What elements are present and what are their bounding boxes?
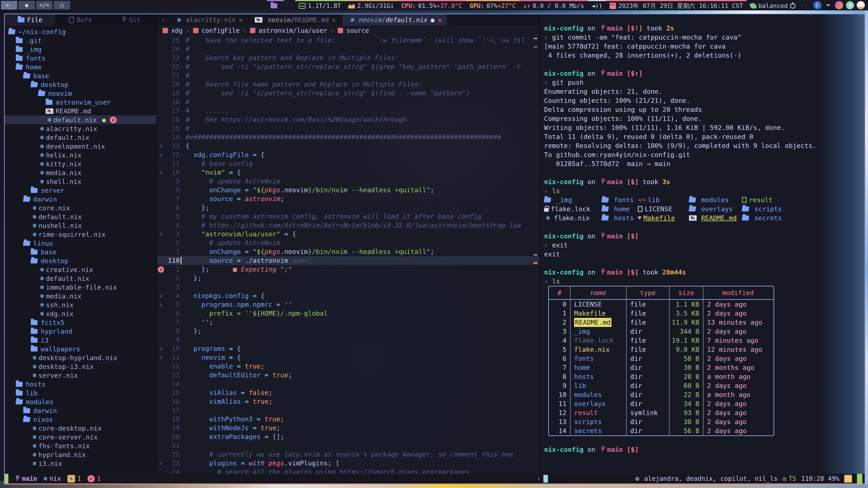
tree-item-shell.nix[interactable]: ❄shell.nix [5, 177, 156, 186]
ls-entry[interactable]: modules [689, 195, 742, 204]
tree-item-.git[interactable]: .git [5, 36, 156, 45]
breadcrumb-item[interactable]: astronvim/lua/user [258, 27, 327, 34]
tree-item-astronvim_user[interactable]: astronvim_user [5, 98, 156, 107]
tray-clipboard-icon[interactable] [857, 1, 865, 9]
tree-item-ssh.nix[interactable]: ❄ssh.nix [5, 300, 156, 309]
fold-icon[interactable]: ∨ [157, 300, 165, 309]
terminal-prompt-line[interactable]: › [537, 475, 548, 483]
tree-item-base[interactable]: base [5, 71, 156, 80]
tree-item-base[interactable]: base [5, 248, 156, 256]
fold-icon[interactable]: ∨ [157, 151, 165, 159]
tree-item-nushell.nix[interactable]: ❄nushell.nix [5, 221, 156, 230]
workspace-terminal-prompt[interactable]: >_ [1, 1, 17, 9]
tree-item-desktop-hyprland.nix[interactable]: ❄desktop-hyprland.nix [5, 353, 156, 362]
fold-icon[interactable]: ∨ [157, 459, 165, 468]
tree-item-server[interactable]: server [5, 186, 156, 195]
tree-item-darwin[interactable]: darwin [5, 406, 156, 415]
tree-item-default.nix[interactable]: ❄default.nix [5, 133, 156, 142]
tree-item-hyprland.nix[interactable]: ❄hyprland.nix [5, 450, 156, 459]
fold-icon[interactable]: ∨ [157, 344, 165, 353]
close-icon[interactable]: ✕ [438, 16, 441, 24]
close-icon[interactable]: ✕ [332, 16, 336, 24]
ls-entry[interactable]: ❄flake.nix [544, 214, 602, 223]
tree-item-_img[interactable]: _img [5, 45, 156, 54]
ls-entry[interactable]: M↓README.md [689, 214, 742, 223]
tree-tab-file[interactable]: File [5, 14, 55, 26]
ls-entry[interactable]: </>lib [638, 195, 689, 204]
tray-app-green-icon[interactable]: ↯ [846, 1, 854, 9]
table-row[interactable]: 11overlaysdir34 B2 days ago [549, 399, 774, 408]
tree-item-linux[interactable]: linux [5, 239, 156, 248]
close-icon[interactable]: ✕ [239, 16, 243, 24]
code-area[interactable]: 25# Save the selected text to a file: `:… [157, 36, 539, 474]
tree-item-kitty.nix[interactable]: ❄kitty.nix [5, 160, 156, 168]
table-row[interactable]: 8hostsdir28 Ba month ago [549, 372, 774, 381]
ls-entry[interactable]: overlays [689, 204, 742, 214]
tree-item-default.nix[interactable]: ❄default.nix●✗ [5, 116, 156, 124]
ls-entry[interactable]: flake.lock [544, 204, 602, 214]
table-row[interactable]: 0LICENSEfile1.1 KB2 days ago [549, 300, 774, 309]
ls-entry[interactable]: home [602, 204, 638, 214]
fold-icon[interactable]: ∨ [157, 142, 165, 151]
tree-item-immutable-file.nix[interactable]: ❄immutable-file.nix [5, 283, 156, 292]
breadcrumb-item[interactable]: source [346, 27, 369, 34]
table-row[interactable]: 4flake.lockfile19.1 KB7 minutes ago [549, 336, 774, 345]
fold-icon[interactable]: ∨ [157, 230, 165, 238]
table-row[interactable]: 12resultsymlink93 B2 days ago [549, 408, 774, 417]
table-row[interactable]: 7homedir30 B2 months ago [549, 363, 774, 372]
tree-item-i3[interactable]: i3 [5, 336, 156, 345]
breadcrumb-item[interactable]: xdg [171, 27, 183, 34]
table-row[interactable]: 5flake.nixfile9.0 KB12 minutes ago [549, 345, 774, 354]
tree-item-README.md[interactable]: M↓README.md [5, 107, 156, 116]
tree-item-development.nix[interactable]: ❄development.nix [5, 142, 156, 151]
fold-icon[interactable]: ∨ [157, 168, 165, 177]
fold-icon[interactable]: ∨ [157, 291, 165, 300]
table-row[interactable]: 14secretsdir56 B2 days ago [549, 426, 774, 435]
tree-item-desktop[interactable]: desktop [5, 80, 156, 89]
breadcrumb-item[interactable]: configFile [202, 27, 240, 34]
tree-item-fonts[interactable]: fonts [5, 54, 156, 63]
tree-item-alacritty.nix[interactable]: ❄alacritty.nix [5, 124, 156, 133]
table-row[interactable]: 13scriptsdir38 B2 days ago [549, 417, 774, 426]
table-row[interactable]: 6fontsdir58 B2 days ago [549, 354, 774, 363]
tree-item-hyprland[interactable]: hyprland [5, 327, 156, 336]
statusline-git-branch[interactable]: main [15, 475, 37, 482]
tree-item-media.nix[interactable]: ❄media.nix [5, 168, 156, 177]
tree-item-core-desktop.nix[interactable]: ❄core-desktop.nix [5, 424, 156, 433]
editor-tab-default.nix[interactable]: ❄neovim/default.nix●✕ [342, 14, 448, 26]
workspace-browser[interactable]: ◉ [19, 1, 35, 9]
tray-keyboard-icon[interactable]: ⌨ [824, 1, 832, 9]
tree-item-lib[interactable]: lib [5, 389, 156, 397]
workspace-monitor[interactable]: ▢ [54, 1, 70, 9]
tree-item-fcitx5[interactable]: fcitx5 [5, 318, 156, 327]
ls-entry[interactable]: secrets [742, 214, 782, 223]
tree-item-media.nix[interactable]: ❄media.nix [5, 292, 156, 300]
tray-bluetooth-icon[interactable]: ᛒ [813, 1, 822, 9]
tree-item-hosts[interactable]: hosts [5, 380, 156, 389]
tree-item-~/nix-config[interactable]: ~/nix-config [5, 27, 156, 36]
tab-scroll-icon[interactable]: ‹ [157, 14, 169, 26]
editor-tab-alacritty.nix[interactable]: ❄alacritty.nix✕ [169, 14, 249, 26]
tree-tab-git[interactable]: Git [106, 14, 156, 26]
table-row[interactable]: 9libdir60 B2 days ago [549, 381, 774, 390]
tree-item-server.nix[interactable]: ❄server.nix [5, 371, 156, 380]
table-row[interactable]: 2README.mdfile11.9 KB13 minutes ago [549, 318, 774, 327]
tree-item-fhs-fonts.nix[interactable]: ❄fhs-fonts.nix [5, 442, 156, 450]
tree-item-helix.nix[interactable]: ❄helix.nix [5, 151, 156, 160]
tree-item-core.nix[interactable]: ❄core.nix [5, 203, 156, 213]
table-row[interactable]: 1Makefilefile3.5 KB2 days ago [549, 309, 774, 318]
tree-item-creative.nix[interactable]: ❄creative.nix [5, 265, 156, 274]
tree-item-neovim[interactable]: neovim [5, 89, 156, 98]
ls-entry[interactable]: hosts [602, 214, 638, 223]
ls-entry[interactable]: ♥Makefile [638, 214, 689, 223]
editor-tab-README.md[interactable]: M↓neovim/README.md✕ [249, 14, 342, 26]
statusline-errors[interactable]: ✗ 1 [88, 475, 101, 482]
tree-item-modules[interactable]: modules [5, 397, 156, 406]
tree-item-xdg.nix[interactable]: ❄xdg.nix [5, 309, 156, 318]
fold-icon[interactable]: ∨ [157, 353, 165, 362]
tree-item-nixos[interactable]: nixos [5, 415, 156, 424]
tree-item-desktop-i3.nix[interactable]: ❄desktop-i3.nix [5, 362, 156, 371]
tree-item-darwin[interactable]: darwin [5, 195, 156, 203]
workspace-code[interactable]: </> [36, 1, 53, 9]
terminal-pane[interactable]: nix-config on main [$!] took 2s› git com… [540, 14, 865, 474]
